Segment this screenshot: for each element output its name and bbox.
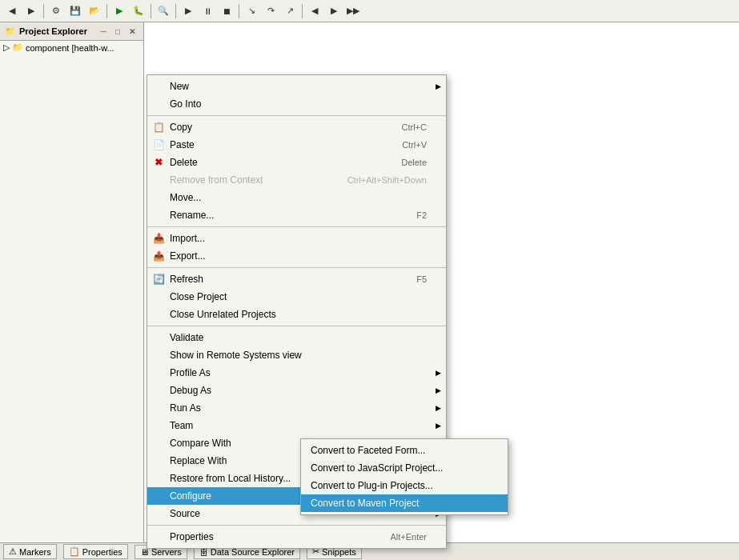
submenu-item-maven-project[interactable]: Convert to Maven Project (301, 494, 508, 512)
menu-item-show-remote-label: Show in Remote Systems view (170, 350, 302, 361)
properties-tab-label: Properties (82, 547, 122, 557)
project-explorer-header: 📁 Project Explorer ─ □ ✕ (0, 22, 143, 41)
menu-item-configure-label: Configure (170, 490, 211, 502)
toolbar-sep-3 (151, 4, 151, 18)
sep-2 (147, 226, 446, 227)
panel-minimize-btn[interactable]: ─ (97, 25, 110, 38)
menu-item-go-into[interactable]: Go Into (147, 95, 446, 113)
panel-close-btn[interactable]: ✕ (126, 25, 139, 38)
toolbar-extra2[interactable]: ▶ (325, 2, 343, 20)
menu-item-import-label: Import... (170, 233, 205, 244)
properties-tab-icon: 📋 (69, 546, 80, 557)
import-icon: 📥 (151, 233, 167, 244)
toolbar-extra3[interactable]: ▶▶ (344, 2, 362, 20)
toolbar-save[interactable]: 💾 (66, 2, 84, 20)
menu-item-new[interactable]: New (147, 78, 446, 95)
toolbar-step-into[interactable]: ↘ (243, 2, 260, 20)
toolbar-search[interactable]: 🔍 (155, 2, 172, 20)
menu-item-move[interactable]: Move... (147, 189, 446, 206)
toolbar-forward[interactable]: ▶ (22, 2, 40, 20)
toolbar-back[interactable]: ◀ (3, 2, 21, 20)
menu-item-replace-with-label: Replace With (170, 455, 227, 466)
toolbar-step-return[interactable]: ↗ (281, 2, 299, 20)
ide-main: 📁 Project Explorer ─ □ ✕ ▷ 📁 component [… (0, 22, 739, 542)
sep-4 (147, 326, 446, 326)
menu-item-remove-context[interactable]: Remove from Context Ctrl+Alt+Shift+Down (147, 171, 446, 189)
sep-1 (147, 115, 446, 116)
menu-item-show-remote[interactable]: Show in Remote Systems view (147, 346, 446, 364)
toolbar-debug[interactable]: 🐛 (130, 2, 147, 20)
remove-context-shortcut: Ctrl+Alt+Shift+Down (347, 175, 427, 185)
menu-item-restore-label: Restore from Local History... (170, 473, 291, 484)
copy-shortcut: Ctrl+C (402, 122, 427, 132)
menu-item-close-project[interactable]: Close Project (147, 288, 446, 306)
delete-shortcut: Delete (401, 158, 427, 167)
menu-item-remove-context-label: Remove from Context (170, 174, 263, 186)
menu-item-profile-as[interactable]: Profile As (147, 364, 446, 382)
sep-5 (147, 525, 446, 526)
menu-item-properties-label: Properties (170, 531, 214, 542)
menu-item-paste[interactable]: 📄 Paste Ctrl+V (147, 136, 446, 154)
toolbar-play[interactable]: ▶ (179, 2, 197, 20)
menu-item-paste-label: Paste (170, 139, 195, 150)
folder-icon: 📁 (12, 42, 23, 53)
menu-item-go-into-label: Go Into (170, 98, 201, 110)
menu-item-compare-with-label: Compare With (170, 438, 231, 449)
menu-item-close-project-label: Close Project (170, 291, 227, 302)
toolbar-step-over[interactable]: ↷ (262, 2, 279, 20)
menu-item-team[interactable]: Team (147, 417, 446, 434)
panel-maximize-btn[interactable]: □ (111, 25, 124, 38)
menu-item-run-as[interactable]: Run As (147, 399, 446, 417)
submenu-item-faceted-form[interactable]: Convert to Faceted Form... (301, 442, 508, 459)
menu-item-delete[interactable]: ✖ Delete Delete (147, 154, 446, 171)
menu-item-refresh-label: Refresh (170, 274, 203, 285)
toolbar-sep-6 (302, 4, 303, 18)
menu-item-move-label: Move... (170, 192, 201, 203)
tree-root-label: component [health-w... (26, 43, 114, 53)
menu-item-rename[interactable]: Rename... F2 (147, 206, 446, 224)
menu-item-debug-as[interactable]: Debug As (147, 382, 446, 399)
tree-root-item[interactable]: ▷ 📁 component [health-w... (0, 41, 143, 54)
menu-item-import[interactable]: 📥 Import... (147, 230, 446, 247)
menu-item-validate[interactable]: Validate (147, 329, 446, 346)
menu-item-profile-as-label: Profile As (170, 367, 211, 378)
menu-item-debug-as-label: Debug As (170, 385, 211, 396)
status-tab-properties[interactable]: 📋 Properties (63, 544, 128, 559)
menu-item-refresh[interactable]: 🔄 Refresh F5 (147, 270, 446, 288)
toolbar-stop[interactable]: ⏹ (218, 2, 235, 20)
submenu-item-javascript-project-label: Convert to JavaScript Project... (311, 462, 443, 474)
submenu-item-javascript-project[interactable]: Convert to JavaScript Project... (301, 459, 508, 477)
toolbar-new[interactable]: ⚙ (47, 2, 65, 20)
menu-item-source-label: Source (170, 508, 200, 519)
markers-label: Markers (19, 547, 51, 557)
tree-expand-icon: ▷ (3, 42, 10, 53)
project-explorer-panel: 📁 Project Explorer ─ □ ✕ ▷ 📁 component [… (0, 22, 144, 542)
menu-item-copy-label: Copy (170, 122, 192, 133)
submenu-item-maven-project-label: Convert to Maven Project (311, 498, 419, 509)
rename-shortcut: F2 (416, 210, 427, 220)
paste-shortcut: Ctrl+V (402, 140, 427, 150)
menu-item-close-unrelated[interactable]: Close Unrelated Projects (147, 306, 446, 323)
submenu-item-plugin-projects[interactable]: Convert to Plug-in Projects... (301, 477, 508, 494)
toolbar-pause[interactable]: ⏸ (199, 2, 216, 20)
properties-shortcut: Alt+Enter (390, 532, 427, 542)
toolbar-run[interactable]: ▶ (110, 2, 128, 20)
toolbar-extra1[interactable]: ◀ (306, 2, 323, 20)
toolbar: ◀ ▶ ⚙ 💾 📂 ▶ 🐛 🔍 ▶ ⏸ ⏹ ↘ ↷ ↗ ◀ ▶ ▶▶ (0, 0, 739, 22)
menu-item-export[interactable]: 📤 Export... (147, 247, 446, 265)
submenu-item-faceted-form-label: Convert to Faceted Form... (311, 445, 425, 456)
sep-3 (147, 267, 446, 268)
menu-item-copy[interactable]: 📋 Copy Ctrl+C (147, 118, 446, 136)
configure-submenu: Convert to Faceted Form... Convert to Ja… (300, 438, 508, 515)
toolbar-open[interactable]: 📂 (86, 2, 103, 20)
menu-item-team-label: Team (170, 420, 193, 431)
project-explorer-icon: 📁 (5, 26, 16, 37)
status-tab-markers[interactable]: ⚠ Markers (3, 544, 57, 559)
export-icon: 📤 (151, 250, 167, 262)
menu-item-close-unrelated-label: Close Unrelated Projects (170, 309, 276, 320)
delete-icon: ✖ (151, 157, 167, 168)
refresh-shortcut: F5 (416, 274, 427, 284)
menu-item-properties[interactable]: Properties Alt+Enter (147, 528, 446, 546)
paste-icon: 📄 (151, 139, 167, 150)
copy-icon: 📋 (151, 122, 167, 133)
